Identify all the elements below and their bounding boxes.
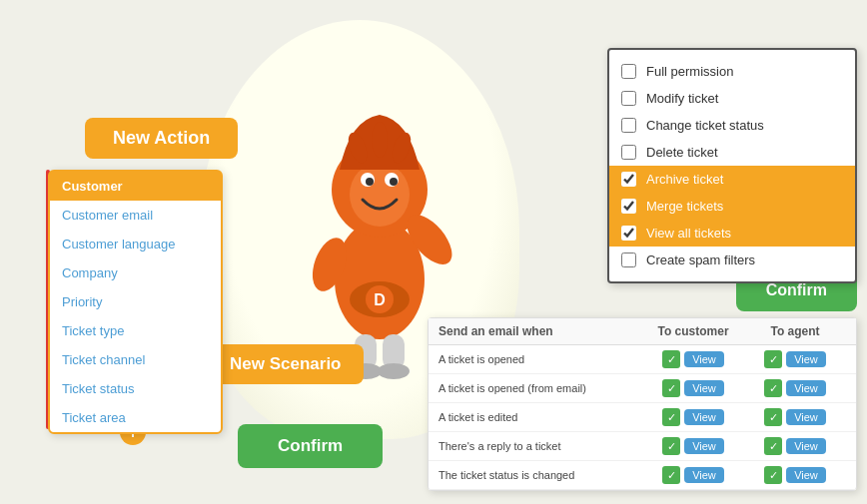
email-notifications-table: Send an email when To customer To agent … [428,317,857,491]
perm-view-all-tickets[interactable]: View all tickets [609,220,855,247]
agent-view-button[interactable]: View [786,351,826,367]
customer-view-button[interactable]: View [684,380,724,396]
perm-archive-ticket[interactable]: Archive ticket [609,166,855,193]
agent-view-button[interactable]: View [786,438,826,454]
perm-full-permission-checkbox[interactable] [621,64,636,79]
perm-view-all-tickets-checkbox[interactable] [621,226,636,241]
svg-point-17 [372,122,388,158]
agent-check-icon[interactable]: ✓ [764,379,782,397]
customer-check-icon[interactable]: ✓ [662,350,680,368]
svg-point-5 [366,178,374,186]
perm-merge-tickets[interactable]: Merge tickets [609,193,855,220]
new-scenario-button[interactable]: New Scenario [208,344,364,384]
svg-point-2 [350,163,410,227]
dropdown-item-customer[interactable]: Customer [50,172,221,201]
perm-modify-ticket[interactable]: Modify ticket [609,85,855,112]
header-to-agent: To agent [744,324,846,338]
event-label: There's a reply to a ticket [438,440,642,452]
perm-modify-ticket-checkbox[interactable] [621,91,636,106]
header-to-customer: To customer [642,324,744,338]
event-label: A ticket is opened (from email) [438,382,642,394]
customer-check-icon[interactable]: ✓ [662,466,680,484]
email-table-header: Send an email when To customer To agent [429,318,856,345]
dropdown-item-ticket-type[interactable]: Ticket type [50,316,221,345]
perm-archive-ticket-checkbox[interactable] [621,172,636,187]
agent-actions: ✓ View [744,466,846,484]
agent-view-button[interactable]: View [786,467,826,483]
new-action-button[interactable]: New Action [85,118,238,159]
dropdown-item-priority[interactable]: Priority [50,287,221,316]
agent-check-icon[interactable]: ✓ [764,350,782,368]
customer-check-icon[interactable]: ✓ [662,408,680,426]
dropdown-item-ticket-channel[interactable]: Ticket channel [50,345,221,374]
svg-point-6 [390,178,398,186]
dropdown-item-customer-language[interactable]: Customer language [50,230,221,258]
agent-actions: ✓ View [744,379,846,397]
dropdown-menu: Customer Customer email Customer languag… [48,170,223,434]
perm-delete-ticket-checkbox[interactable] [621,145,636,160]
table-row: There's a reply to a ticket ✓ View ✓ Vie… [429,432,856,461]
dropdown-item-company[interactable]: Company [50,258,221,287]
customer-view-button[interactable]: View [684,467,724,483]
svg-text:D: D [374,291,386,308]
agent-check-icon[interactable]: ✓ [764,466,782,484]
agent-check-icon[interactable]: ✓ [764,437,782,455]
svg-point-15 [378,363,410,379]
perm-create-spam-filters[interactable]: Create spam filters [609,247,855,273]
agent-check-icon[interactable]: ✓ [764,408,782,426]
perm-change-ticket-status-checkbox[interactable] [621,118,636,133]
customer-actions: ✓ View [642,466,744,484]
customer-check-icon[interactable]: ✓ [662,379,680,397]
dropdown-item-ticket-area[interactable]: Ticket area [50,403,221,432]
perm-full-permission[interactable]: Full permission [609,58,855,85]
table-row: A ticket is opened ✓ View ✓ View [429,345,856,374]
perm-change-ticket-status[interactable]: Change ticket status [609,112,855,139]
event-label: A ticket is edited [438,411,642,423]
agent-view-button[interactable]: View [786,409,826,425]
customer-check-icon[interactable]: ✓ [662,437,680,455]
event-label: The ticket status is changed [438,469,642,481]
perm-delete-ticket[interactable]: Delete ticket [609,139,855,166]
customer-view-button[interactable]: View [684,351,724,367]
event-label: A ticket is opened [438,353,642,365]
customer-actions: ✓ View [642,437,744,455]
perm-create-spam-filters-checkbox[interactable] [621,252,636,267]
agent-actions: ✓ View [744,408,846,426]
agent-actions: ✓ View [744,350,846,368]
dropdown-item-customer-email[interactable]: Customer email [50,201,221,230]
table-row: The ticket status is changed ✓ View ✓ Vi… [429,461,856,490]
perm-merge-tickets-checkbox[interactable] [621,199,636,214]
customer-actions: ✓ View [642,350,744,368]
customer-view-button[interactable]: View [684,438,724,454]
dropdown-item-ticket-status[interactable]: Ticket status [50,374,221,403]
confirm-button-left[interactable]: Confirm [238,424,383,468]
table-row: A ticket is edited ✓ View ✓ View [429,403,856,432]
customer-actions: ✓ View [642,408,744,426]
table-row: A ticket is opened (from email) ✓ View ✓… [429,374,856,403]
customer-actions: ✓ View [642,379,744,397]
agent-actions: ✓ View [744,437,846,455]
customer-view-button[interactable]: View [684,409,724,425]
agent-view-button[interactable]: View [786,380,826,396]
header-send-when: Send an email when [438,324,642,338]
permissions-panel: Full permission Modify ticket Change tic… [607,48,857,283]
